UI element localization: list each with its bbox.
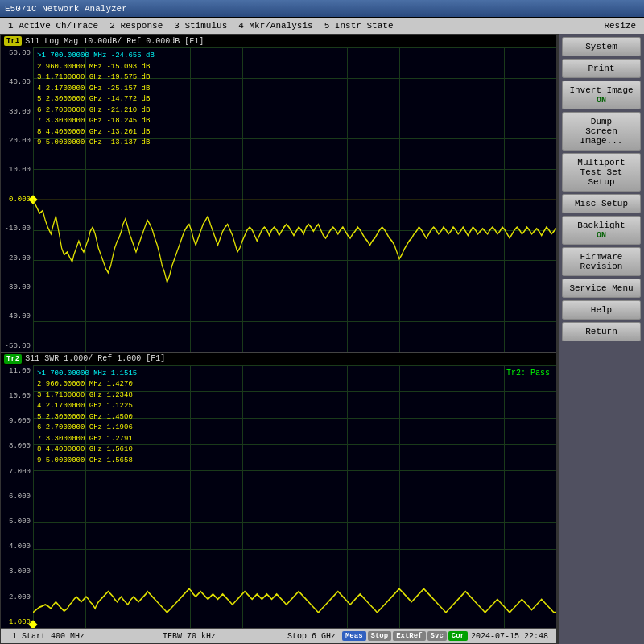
status-bar: 1 Start 400 MHz IFBW 70 kHz Stop 6 GHz M…: [1, 629, 556, 643]
menu-mkr-analysis[interactable]: 4 Mkr/Analysis: [233, 20, 317, 31]
help-button[interactable]: Help: [562, 300, 641, 320]
menu-bar: 1 Active Ch/Trace 2 Response 3 Stimulus …: [0, 18, 644, 34]
chart-top-canvas: 50.00 40.00 30.00 20.00 10.00 0.000 -10.…: [1, 47, 556, 352]
chart-bottom-panel: Tr2 S11 SWR 1.000/ Ref 1.000 [F1] 11.00 …: [1, 353, 556, 629]
chart-top-svg: [33, 47, 556, 352]
invert-image-button[interactable]: Invert ImageON: [562, 80, 641, 109]
status-ifbw: IFBW 70 kHz: [91, 632, 287, 641]
firmware-revision-button[interactable]: FirmwareRevision: [562, 247, 641, 276]
return-button[interactable]: Return: [562, 322, 641, 341]
menu-instr-state[interactable]: 5 Instr State: [320, 20, 398, 31]
status-badges: Meas Stop ExtRef Svc Cor: [342, 631, 468, 641]
y-labels-bottom: 11.00 10.00 9.000 8.000 7.000 6.000 5.00…: [1, 365, 33, 628]
chart-top-panel: Tr1 S11 Log Mag 10.00dB/ Ref 0.000dB [F1…: [1, 35, 556, 353]
datetime: 2024-07-15 22:48: [468, 632, 551, 641]
status-start: 1 Start 400 MHz: [6, 632, 91, 641]
title-bar: E5071C Network Analyzer: [0, 0, 644, 18]
menu-stimulus[interactable]: 3 Stimulus: [169, 20, 232, 31]
tr2-badge: Tr2: [4, 354, 22, 364]
dump-screen-button[interactable]: DumpScreen Image...: [562, 112, 641, 151]
misc-setup-button[interactable]: Misc Setup: [562, 194, 641, 213]
chart-top-header: Tr1 S11 Log Mag 10.00dB/ Ref 0.000dB [F1…: [1, 35, 556, 47]
badge-extref: ExtRef: [393, 631, 425, 641]
app-title: E5071C Network Analyzer: [5, 4, 127, 14]
chart-bottom-svg: [33, 365, 556, 628]
chart-bottom-title: S11 SWR 1.000/ Ref 1.000 [F1]: [25, 354, 165, 363]
tr1-badge: Tr1: [4, 36, 22, 46]
menu-response[interactable]: 2 Response: [105, 20, 167, 31]
chart-area: Tr1 S11 Log Mag 10.00dB/ Ref 0.000dB [F1…: [0, 34, 557, 644]
resize-button[interactable]: Resize: [599, 20, 641, 31]
main-layout: Tr1 S11 Log Mag 10.00dB/ Ref 0.000dB [F1…: [0, 34, 644, 644]
chart-bottom-header: Tr2 S11 SWR 1.000/ Ref 1.000 [F1]: [1, 353, 556, 365]
system-button[interactable]: System: [562, 37, 641, 56]
service-menu-button[interactable]: Service Menu: [562, 279, 641, 298]
multiport-button[interactable]: Multiport Test SetSetup: [562, 153, 641, 192]
chart-bottom-canvas: 11.00 10.00 9.000 8.000 7.000 6.000 5.00…: [1, 365, 556, 628]
badge-meas: Meas: [342, 631, 366, 641]
badge-cor: Cor: [448, 631, 468, 641]
badge-stop: Stop: [368, 631, 392, 641]
badge-svc: Svc: [427, 631, 447, 641]
status-stop: Stop 6 GHz: [287, 632, 336, 641]
sidebar: System Print Invert ImageON DumpScreen I…: [557, 34, 644, 644]
backlight-button[interactable]: BacklightON: [562, 216, 641, 245]
menu-active-ch[interactable]: 1 Active Ch/Trace: [3, 20, 103, 31]
chart-top-title: S11 Log Mag 10.00dB/ Ref 0.000dB [F1]: [25, 37, 204, 46]
print-button[interactable]: Print: [562, 59, 641, 78]
